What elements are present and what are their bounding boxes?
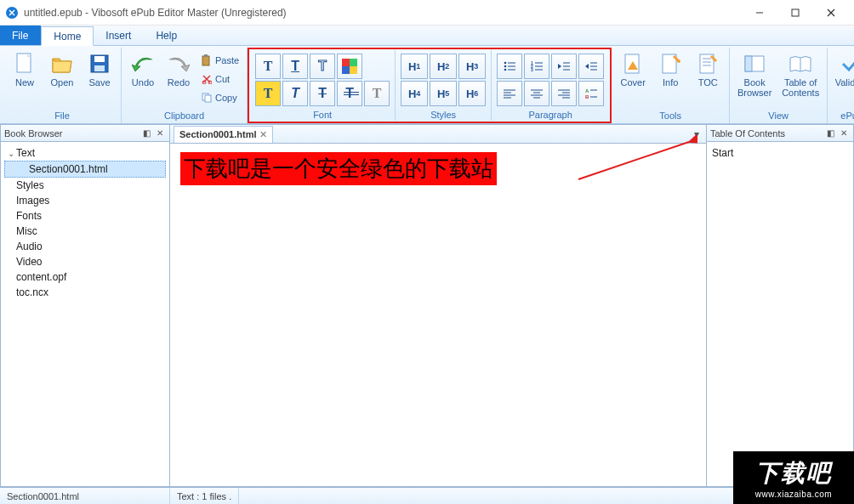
paste-icon [201,54,213,66]
svg-text:B: B [585,94,589,99]
toc-button[interactable]: TOC [690,49,726,109]
tab-close-icon[interactable]: ✕ [259,129,267,140]
panel-close-button[interactable]: ✕ [154,127,166,139]
ribbon-group-file: New Open Save File [3,48,122,123]
font-outline-button[interactable]: T [310,54,335,79]
status-bar: Section0001.html Text : 1 files . [0,487,854,504]
panel-float-button[interactable]: ◧ [140,127,152,139]
status-file-count: Text : 1 files . [170,488,239,504]
h5-button[interactable]: H5 [430,81,457,106]
svg-point-21 [504,65,507,68]
panel-close-button[interactable]: ✕ [838,127,850,139]
copy-button[interactable]: Copy [196,88,243,107]
align-center-button[interactable] [524,81,549,106]
book-browser-tree[interactable]: ⌄Text Section0001.html StylesImagesFonts… [1,142,169,486]
indent-button[interactable] [578,54,604,79]
tree-item-section0001[interactable]: Section0001.html [4,161,166,178]
tree-item[interactable]: Misc [4,224,166,239]
font-double-strike-button[interactable]: T [337,81,362,106]
font-strike-button[interactable]: T [310,81,335,106]
toc-item-start[interactable]: Start [710,145,850,161]
checkmark-icon [840,52,854,76]
font-highlight-button[interactable]: T [255,81,281,106]
panel-icon [743,52,766,76]
tree-item[interactable]: Audio [4,239,166,254]
tree-item[interactable]: Fonts [4,208,166,224]
svg-rect-17 [342,66,350,74]
toc-tree[interactable]: Start [707,142,853,486]
h6-button[interactable]: H6 [458,81,486,106]
info-button[interactable]: Info [652,49,688,109]
book-icon [789,52,812,76]
cut-icon [201,73,213,85]
open-button[interactable]: Open [44,49,80,109]
ribbon-group-clipboard: Undo Redo Paste Cut Copy Clipboard [122,48,248,123]
svg-line-63 [578,142,689,179]
save-icon [88,52,111,76]
cut-button[interactable]: Cut [196,70,243,88]
tree-item[interactable]: Images [4,193,166,208]
svg-text:3: 3 [531,67,533,72]
tree-root-text[interactable]: ⌄Text [4,145,166,161]
font-plain-button[interactable]: T [364,81,390,106]
undo-button[interactable]: Undo [125,49,161,109]
toc-header: Table Of Contents ◧ ✕ [707,125,853,142]
editor-area[interactable]: 下载吧是一个安全绿色的下载站 [170,144,706,486]
font-color-button[interactable] [337,54,362,79]
menu-help[interactable]: Help [144,25,190,45]
font-normal-button[interactable]: T [255,54,281,79]
h2-button[interactable]: H2 [430,54,457,79]
status-filename: Section0001.html [0,488,170,504]
svg-point-55 [677,59,680,63]
document-tab[interactable]: Section0001.html ✕ [174,126,273,143]
h3-button[interactable]: H3 [458,54,486,79]
tree-item[interactable]: Styles [4,178,166,193]
align-left-button[interactable] [497,81,522,106]
font-underline-button[interactable]: T [282,54,308,79]
undo-icon [131,52,155,76]
copy-icon [201,92,213,104]
svg-rect-61 [745,56,752,71]
svg-rect-15 [342,59,350,66]
menu-insert[interactable]: Insert [94,25,144,45]
align-justify-button[interactable]: AB [578,81,604,106]
ribbon-group-view: Book Browser Table of Contents View [730,48,828,123]
bullet-list-button[interactable] [497,54,522,79]
h1-button[interactable]: H1 [401,54,428,79]
svg-rect-2 [792,9,799,16]
svg-rect-10 [204,54,208,57]
svg-rect-7 [94,56,105,62]
close-button[interactable] [813,1,849,25]
font-italic-button[interactable]: T [282,81,308,106]
redo-button[interactable]: Redo [162,49,195,109]
new-button[interactable]: New [7,49,43,109]
number-list-button[interactable]: 123 [524,54,549,79]
menu-file[interactable]: File [0,25,41,45]
tree-collapse-icon[interactable]: ⌄ [6,149,16,158]
h4-button[interactable]: H4 [401,81,428,106]
panel-float-button[interactable]: ◧ [824,127,836,139]
paste-button[interactable]: Paste [196,51,243,70]
outdent-button[interactable] [551,54,577,79]
new-file-icon [13,52,37,76]
ribbon: New Open Save File Undo Redo P [0,46,854,124]
menu-home[interactable]: Home [41,26,94,46]
editor-text[interactable]: 下载吧是一个安全绿色的下载站 [180,152,497,185]
cover-button[interactable]: Cover [615,49,651,109]
tree-item[interactable]: toc.ncx [4,285,166,300]
info-icon [658,52,682,76]
align-right-button[interactable] [551,81,577,106]
validate-button[interactable]: Validate [831,49,854,109]
app-icon [5,6,19,20]
save-button[interactable]: Save [82,49,117,109]
svg-rect-9 [202,56,209,65]
toc-view-button[interactable]: Table of Contents [777,49,823,109]
book-browser-button[interactable]: Book Browser [733,49,776,109]
minimize-button[interactable] [742,1,777,25]
maximize-button[interactable] [777,1,813,25]
tree-item[interactable]: Video [4,254,166,269]
svg-rect-8 [94,65,105,71]
tab-dropdown-icon[interactable]: ▾ [691,128,703,140]
tree-item[interactable]: content.opf [4,269,166,285]
redo-icon [167,52,191,76]
